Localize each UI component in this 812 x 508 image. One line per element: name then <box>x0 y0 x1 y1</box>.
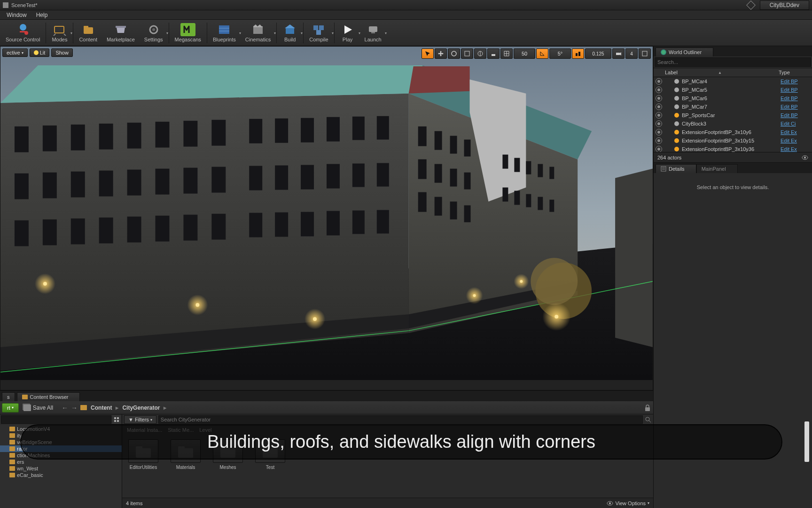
outliner-row[interactable]: ExtensionFootprintBP_3x10y15Edit Ex <box>654 136 812 145</box>
transform-move-button[interactable] <box>435 48 447 59</box>
asset-folder[interactable]: Materials <box>169 439 202 470</box>
world-outliner-tab[interactable]: World Outliner <box>656 48 713 56</box>
viewport-maximize-button[interactable] <box>639 48 651 59</box>
cb-tab-small[interactable]: s <box>2 392 15 401</box>
crumb-content[interactable]: Content <box>88 404 115 412</box>
coord-button[interactable] <box>474 48 486 59</box>
dropdown-arrow-icon[interactable]: ▾ <box>330 31 335 35</box>
lock-icon[interactable] <box>644 404 651 412</box>
tb-source-control[interactable]: Source Control <box>1 21 45 45</box>
tb-build[interactable]: Build▾ <box>278 21 302 45</box>
transform-rotate-button[interactable] <box>448 48 460 59</box>
dropdown-arrow-icon[interactable]: ▾ <box>273 31 277 35</box>
outliner-row[interactable]: BP_MCar6Edit BP <box>654 94 812 103</box>
asset-folder[interactable]: Meshes <box>211 439 244 470</box>
actor-label[interactable]: BP_SportsCar <box>682 112 781 118</box>
viewport-lit-button[interactable]: Lit <box>30 48 50 57</box>
visibility-icon[interactable] <box>656 137 662 144</box>
actor-type-link[interactable]: Edit BP <box>781 104 798 110</box>
dropdown-arrow-icon[interactable]: ▾ <box>383 31 388 35</box>
view-options-button[interactable]: View Options ▾ <box>607 500 649 507</box>
tb-megascans[interactable]: Megascans <box>170 21 206 45</box>
actor-type-link[interactable]: Edit BP <box>781 79 798 84</box>
angle-size[interactable]: 5° <box>549 48 571 59</box>
visibility-icon[interactable] <box>656 120 662 127</box>
tb-blueprints[interactable]: Blueprints▾ <box>208 21 241 45</box>
grid-snap-button[interactable] <box>500 48 513 59</box>
source-folder[interactable]: rator <box>0 445 122 452</box>
tb-play[interactable]: Play▾ <box>336 21 360 45</box>
visibility-icon[interactable] <box>656 129 662 135</box>
source-folder[interactable]: veBridgeScene <box>0 439 122 445</box>
outliner-row[interactable]: CityBlock3Edit Ci <box>654 119 812 128</box>
source-folder[interactable]: ctionMachines <box>0 452 122 459</box>
visibility-icon[interactable] <box>656 103 662 110</box>
type-static-mesh[interactable]: Static Me... <box>168 427 194 433</box>
outliner-row[interactable]: BP_MCar5Edit BP <box>654 86 812 94</box>
actor-label[interactable]: BP_MCar7 <box>682 104 781 110</box>
outliner-search-input[interactable] <box>655 57 811 67</box>
cb-tab[interactable]: Content Browser <box>17 392 80 401</box>
viewport[interactable]: ective ▾ Lit Show 50 5° 0.125 4 <box>0 46 653 390</box>
actor-label[interactable]: ExtensionFootprintBP_3x10y36 <box>682 146 781 152</box>
assets-grid[interactable]: EditorUtilitiesMaterialsMeshesTest <box>122 435 653 498</box>
dropdown-arrow-icon[interactable]: ▾ <box>165 31 170 35</box>
col-label[interactable]: Label▲ <box>654 68 776 77</box>
actor-type-link[interactable]: Edit Ex <box>781 138 797 143</box>
menu-window[interactable]: Window <box>2 11 31 19</box>
source-folder[interactable]: wn_West <box>0 465 122 472</box>
viewport-show-button[interactable]: Show <box>51 48 73 57</box>
tb-modes[interactable]: Modes▾ <box>47 21 72 45</box>
grid-size[interactable]: 50 <box>514 48 535 59</box>
dropdown-arrow-icon[interactable]: ▾ <box>299 31 304 35</box>
tb-settings[interactable]: Settings▾ <box>140 21 168 45</box>
actor-type-link[interactable]: Edit BP <box>781 87 798 93</box>
asset-folder[interactable]: Test <box>254 439 287 470</box>
actor-type-link[interactable]: Edit Ci <box>781 121 796 127</box>
actor-type-link[interactable]: Edit BP <box>781 112 798 118</box>
col-type[interactable]: Type <box>776 68 812 77</box>
actor-type-link[interactable]: Edit Ex <box>781 129 797 135</box>
outliner-rows[interactable]: BP_MCar4Edit BPBP_MCar5Edit BPBP_MCar6Ed… <box>654 77 812 152</box>
source-folder[interactable]: eCar_basic <box>0 472 122 478</box>
camera-speed-button[interactable] <box>612 48 625 59</box>
actor-label[interactable]: BP_MCar5 <box>682 87 781 93</box>
visibility-icon[interactable] <box>656 87 662 93</box>
tb-content[interactable]: Content <box>74 21 102 45</box>
project-name[interactable]: CityBLDdev <box>760 0 809 10</box>
source-control-indicator[interactable] <box>748 2 754 8</box>
surface-snap-button[interactable] <box>487 48 500 59</box>
nav-forward-button[interactable]: → <box>70 404 78 412</box>
visibility-icon[interactable] <box>656 78 662 85</box>
transform-scale-button[interactable] <box>461 48 473 59</box>
nav-back-button[interactable]: ← <box>61 404 69 412</box>
outliner-row[interactable]: ExtensionFootprintBP_3x10y6Edit Ex <box>654 128 812 136</box>
source-folder[interactable]: ity <box>0 432 122 439</box>
outliner-row[interactable]: BP_MCar7Edit BP <box>654 103 812 111</box>
tb-compile[interactable]: Compile▾ <box>304 21 333 45</box>
viewport-perspective-button[interactable]: ective ▾ <box>2 48 28 57</box>
asset-folder[interactable]: EditorUtilities <box>127 439 160 470</box>
actor-label[interactable]: BP_MCar4 <box>682 79 781 84</box>
dropdown-arrow-icon[interactable]: ▾ <box>69 31 74 35</box>
menu-help[interactable]: Help <box>31 11 53 19</box>
scale-size[interactable]: 0.125 <box>585 48 611 59</box>
visibility-icon[interactable] <box>656 112 662 119</box>
source-folder[interactable]: LocomotionV4 <box>0 426 122 432</box>
outliner-row[interactable]: BP_MCar4Edit BP <box>654 77 812 86</box>
actor-type-link[interactable]: Edit BP <box>781 95 798 101</box>
crumb-citygenerator[interactable]: CityGenerator <box>119 404 163 412</box>
type-level[interactable]: Level <box>199 427 211 433</box>
scale-snap-button[interactable] <box>572 48 584 59</box>
sources-tree[interactable]: LocomotionV4ityveBridgeSceneratorctionMa… <box>0 425 122 508</box>
source-folder[interactable]: ers <box>0 459 122 465</box>
actor-label[interactable]: ExtensionFootprintBP_3x10y15 <box>682 138 781 143</box>
outliner-row[interactable]: ExtensionFootprintBP_3x10y36Edit Ex <box>654 145 812 152</box>
angle-snap-button[interactable] <box>536 48 548 59</box>
actor-label[interactable]: BP_MCar6 <box>682 95 781 101</box>
tb-launch[interactable]: Launch▾ <box>360 21 386 45</box>
type-material[interactable]: Material Insta... <box>127 427 162 433</box>
mainpanel-tab[interactable]: MainPanel <box>696 164 738 173</box>
filters-button[interactable]: ▼ Filters ▾ <box>124 415 156 424</box>
camera-speed-value[interactable]: 4 <box>625 48 638 59</box>
